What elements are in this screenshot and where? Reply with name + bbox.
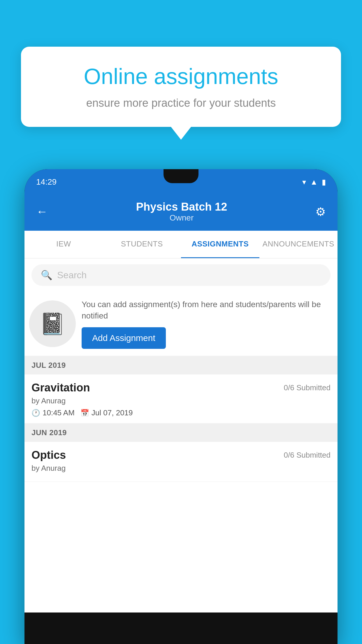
promo-description: You can add assignment(s) from here and …: [82, 299, 331, 321]
assignment-title-gravitation: Gravitation: [31, 382, 90, 394]
bubble-subtitle: ensure more practice for your students: [44, 97, 318, 109]
phone-screen: ← Physics Batch 12 Owner ⚙ IEW STUDENTS …: [24, 195, 338, 612]
status-icons: ▾ ▲ ▮: [302, 178, 326, 187]
tab-announcements[interactable]: ANNOUNCEMENTS: [259, 231, 338, 258]
phone-frame: 14:29 ▾ ▲ ▮ ← Physics Batch 12 Owner ⚙ I…: [24, 169, 338, 644]
bubble-title: Online assignments: [44, 64, 318, 89]
tab-iew[interactable]: IEW: [24, 231, 103, 258]
header-title: Physics Batch 12: [136, 201, 227, 213]
promo-text: You can add assignment(s) from here and …: [82, 299, 331, 349]
assignment-time-gravitation: 🕐 10:45 AM: [31, 408, 75, 417]
settings-button[interactable]: ⚙: [315, 205, 326, 218]
clock-icon: 🕐: [31, 409, 40, 417]
header-subtitle: Owner: [136, 213, 227, 223]
search-placeholder: Search: [57, 270, 87, 281]
back-button[interactable]: ←: [36, 205, 48, 218]
header-center: Physics Batch 12 Owner: [136, 201, 227, 223]
phone-notch: [164, 169, 198, 183]
calendar-icon: 📅: [80, 409, 89, 417]
wifi-icon: ▾: [302, 178, 306, 187]
add-assignment-button[interactable]: Add Assignment: [82, 327, 166, 349]
tab-assignments[interactable]: ASSIGNMENTS: [181, 231, 259, 258]
assignment-top-row-optics: Optics 0/6 Submitted: [31, 449, 331, 461]
assignment-submitted-gravitation: 0/6 Submitted: [284, 383, 331, 392]
signal-icon: ▲: [310, 178, 318, 187]
search-bar[interactable]: 🔍 Search: [31, 264, 331, 286]
status-time: 14:29: [36, 177, 57, 187]
assignment-author-gravitation: by Anurag: [31, 396, 331, 405]
promo-speech-bubble: Online assignments ensure more practice …: [21, 47, 341, 127]
tab-students[interactable]: STUDENTS: [103, 231, 181, 258]
status-bar: 14:29 ▾ ▲ ▮: [24, 169, 338, 195]
promo-section: 📓 You can add assignment(s) from here an…: [24, 292, 338, 356]
notebook-icon: 📓: [39, 312, 66, 336]
promo-icon-circle: 📓: [29, 300, 76, 347]
tabs-bar: IEW STUDENTS ASSIGNMENTS ANNOUNCEMENTS: [24, 231, 338, 258]
assignment-submitted-optics: 0/6 Submitted: [284, 451, 331, 460]
section-jun-2019: JUN 2019: [24, 424, 338, 442]
assignment-top-row: Gravitation 0/6 Submitted: [31, 382, 331, 394]
assignment-dates-gravitation: 🕐 10:45 AM 📅 Jul 07, 2019: [31, 408, 331, 417]
search-icon: 🔍: [41, 270, 52, 281]
section-jul-2019: JUL 2019: [24, 356, 338, 374]
app-header: ← Physics Batch 12 Owner ⚙: [24, 195, 338, 231]
assignment-item-gravitation[interactable]: Gravitation 0/6 Submitted by Anurag 🕐 10…: [24, 374, 338, 424]
assignment-item-optics[interactable]: Optics 0/6 Submitted by Anurag: [24, 442, 338, 482]
assignment-author-optics: by Anurag: [31, 464, 331, 473]
assignment-date-gravitation: 📅 Jul 07, 2019: [80, 408, 133, 417]
assignment-title-optics: Optics: [31, 449, 66, 461]
battery-icon: ▮: [322, 178, 326, 187]
